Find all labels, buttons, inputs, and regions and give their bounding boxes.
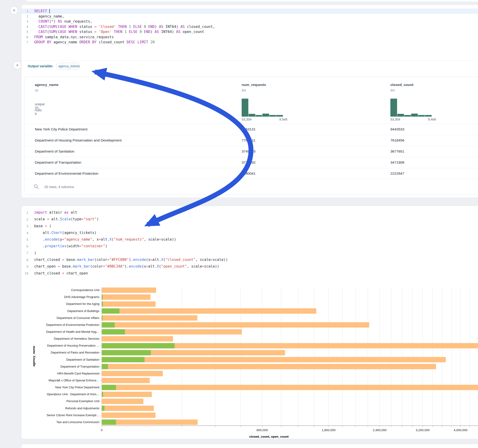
category-label: Department of Housing Preservation …: [47, 344, 99, 347]
add-cell-button-middle[interactable]: +: [13, 61, 21, 69]
code-line[interactable]: 1⌄SELECT: [21, 8, 478, 14]
code-line[interactable]: 3⌄base = (: [21, 223, 478, 230]
code-line[interactable]: 7GROUP BY agency_name ORDER BY closed_co…: [21, 40, 478, 45]
code-token: (: [163, 258, 165, 262]
code-token: mark_bar: [77, 258, 94, 262]
code-token: =: [150, 258, 152, 262]
code-token: X: [157, 264, 159, 268]
code-token: =: [94, 30, 96, 34]
code-token: +: [62, 271, 64, 275]
code-token: =: [62, 258, 64, 262]
code-text: SELECT: [31, 8, 50, 14]
code-token: 1: [129, 25, 131, 29]
code-token: .: [34, 244, 45, 248]
code-token: ORDER BY: [79, 40, 97, 44]
code-text: import altair as alt: [31, 209, 77, 216]
category-label: Department of Health and Mental Hyg…: [46, 330, 99, 333]
previous-cell-edge: [26, 0, 478, 2]
column-histogram: [390, 98, 432, 117]
category-label: Taxi and Limousine Commission: [57, 420, 99, 424]
code-token: "sqrt": [84, 217, 97, 221]
sql-editor[interactable]: 1⌄SELECT 2 agency_name,3 COUNT(*) AS num…: [21, 8, 478, 45]
cell-agency-name: Department of Transportation: [35, 160, 82, 165]
code-token: alt.: [101, 237, 109, 242]
code-line[interactable]: 6 .properties(width="container"): [21, 243, 478, 249]
closed_count-bar: [102, 419, 198, 425]
line-number: 6: [21, 35, 31, 39]
code-token: [135, 40, 138, 44]
category-label: Department of Transportation: [60, 365, 99, 368]
histogram-bar: [418, 115, 425, 117]
code-line[interactable]: 6FROM sample_data.nyc.service_requests: [21, 35, 478, 40]
category-label: Refunds and Adjustments: [65, 406, 100, 410]
open_count-bar: [102, 357, 145, 362]
code-token: chart_open: [34, 264, 58, 268]
code-token: ELSE: [133, 25, 142, 29]
closed_count-bar: [102, 378, 150, 383]
code-line[interactable]: 4 alt.Chart(agency_tickets): [21, 230, 478, 236]
column-type: i64: [242, 88, 246, 92]
code-token: WHEN: [69, 25, 77, 29]
cell-value: 9443533: [390, 127, 404, 131]
code-line[interactable]: 4 CAST(SUM(CASE WHEN status = 'Closed' T…: [21, 24, 478, 30]
cell-value: 9453131: [242, 127, 256, 131]
line-number: 7: [21, 251, 31, 255]
line-number: 1: [21, 211, 31, 215]
python-editor[interactable]: 1import altair as alt2scale = alt.Scale(…: [21, 209, 478, 277]
code-token: SELECT: [34, 9, 47, 13]
code-line[interactable]: 8chart_closed = base.mark_bar(color="#FF…: [21, 256, 478, 263]
next-cell-edge: [21, 444, 478, 448]
code-token: [66, 25, 69, 29]
code-token: ): [97, 217, 99, 221]
code-text: base = (: [31, 223, 51, 230]
x-tick-label: 4,000,000: [453, 428, 467, 432]
code-line[interactable]: 5 .encode(y="agency_name", x=alt.X("num_…: [21, 236, 478, 243]
column-name: closed_count: [390, 83, 413, 87]
column-name: agency_name: [35, 83, 59, 87]
code-token: alt.: [148, 264, 157, 268]
closed_count-bar: [102, 371, 163, 376]
open_count-bar: [102, 329, 125, 334]
search-icon[interactable]: [34, 184, 39, 189]
category-label: Department of Consumer Affairs: [57, 316, 100, 320]
code-line[interactable]: 5 CAST(SUM(CASE WHEN status = 'Open' THE…: [21, 29, 478, 35]
code-token: CAST: [38, 30, 47, 34]
code-token: END: [148, 25, 155, 29]
open_count-bar: [102, 308, 120, 314]
code-text: .encode(y="agency_name", x=alt.X("num_re…: [31, 236, 176, 243]
code-token: [34, 19, 38, 24]
code-token: CAST: [38, 25, 47, 29]
code-token: =: [107, 258, 109, 262]
code-line[interactable]: 2 agency_name,: [21, 14, 478, 19]
code-token: status: [77, 30, 94, 34]
histogram-bar: [425, 115, 432, 117]
text-cursor: [49, 9, 50, 13]
code-token: ): [155, 25, 159, 29]
code-token: closed_count: [97, 40, 127, 44]
code-line[interactable]: 2scale = alt.Scale(type="sqrt"): [21, 216, 478, 223]
open_count-bar: [102, 406, 104, 411]
closed_count-bar: [102, 308, 316, 314]
histogram-bar: [276, 115, 283, 117]
code-line[interactable]: 10chart_closed + chart_open: [21, 270, 478, 277]
code-token: INT64): [163, 25, 181, 29]
cell-agency-name: Department of Housing Preservation and D…: [35, 138, 122, 143]
closed_count-bar: [102, 336, 173, 342]
code-token: "container": [82, 244, 105, 248]
code-token: "#8BC34A": [105, 264, 125, 268]
category-label: Department of Sanitation: [66, 358, 99, 361]
code-token: "closed_count": [165, 258, 195, 262]
open_count-bar: [102, 350, 151, 355]
code-text: FROM sample_data.nyc.service_requests: [31, 35, 114, 40]
output-variable-pill[interactable]: agency_tickets: [56, 63, 80, 70]
code-line[interactable]: 9chart_open = base.mark_bar(color="#8BC3…: [21, 263, 478, 270]
add-cell-button-top[interactable]: +: [10, 6, 18, 14]
code-token: .: [34, 237, 45, 242]
code-token: CASE: [58, 25, 66, 29]
code-token: 0: [144, 25, 146, 29]
category-label: Operations Unit - Department of Hom…: [47, 392, 99, 396]
code-line[interactable]: 1import altair as alt: [21, 209, 478, 216]
line-number: 9: [21, 265, 31, 268]
code-line[interactable]: 7): [21, 250, 478, 256]
code-line[interactable]: 3 COUNT(*) AS num_requests,: [21, 19, 478, 24]
